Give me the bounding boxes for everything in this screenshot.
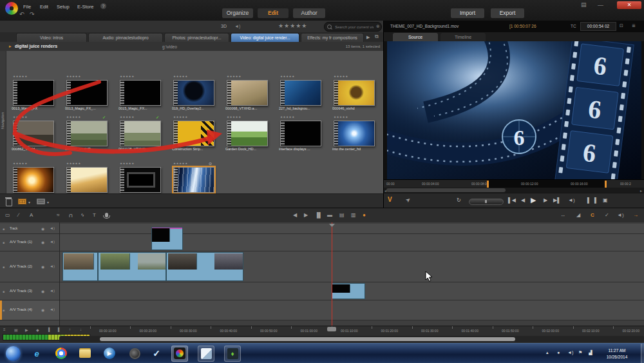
asset-rating-stars[interactable]: ★★★★★: [66, 75, 81, 78]
track-audio-monitor-icon[interactable]: ◄): [50, 289, 55, 293]
timeline-clip[interactable]: [166, 252, 243, 281]
taskbar-app-dark-icon[interactable]: [126, 346, 143, 362]
tray-volume-icon[interactable]: ◄): [567, 350, 573, 355]
video-toggle-button[interactable]: V: [388, 196, 392, 203]
timeline-ruler[interactable]: 00:00:10:0000:00:20:0000:00:30:0000:00:4…: [90, 326, 644, 335]
grid-options-icon[interactable]: ▥: [351, 213, 356, 218]
search-clear-icon[interactable]: ⊗: [376, 24, 380, 29]
display-mode-icon[interactable]: ⊡: [620, 23, 623, 28]
tab-scroll-icon[interactable]: ▶: [366, 35, 370, 39]
track-audio-monitor-icon[interactable]: ◄): [50, 264, 55, 268]
help-icon[interactable]: ?: [100, 3, 106, 9]
delete-asset-icon[interactable]: [6, 199, 12, 206]
library-asset-thumbnail[interactable]: [13, 167, 54, 193]
library-asset-thumbnail[interactable]: [227, 80, 268, 106]
delete-clip-icon[interactable]: ▤: [339, 213, 345, 218]
marker-list-icon[interactable]: ≡: [3, 328, 6, 331]
storyboard-icon[interactable]: ▭: [5, 213, 10, 218]
out-mini-icon[interactable]: ▌: [58, 328, 61, 331]
library-tab-2[interactable]: Audio: pinnaclestudiopro: [88, 33, 163, 43]
track-name[interactable]: A/V Track (2): [10, 264, 32, 268]
timeline-clip[interactable]: [98, 252, 166, 281]
text-size-icon[interactable]: A: [30, 213, 33, 218]
rating-stars[interactable]: ★★★★★: [278, 23, 307, 29]
menu-setup[interactable]: Setup: [57, 4, 70, 10]
library-asset-thumbnail[interactable]: [120, 167, 161, 193]
view-3d-toggle[interactable]: 3D: [221, 24, 227, 28]
track-video-monitor-icon[interactable]: ◉: [41, 308, 44, 312]
down-mini-icon[interactable]: ↓: [80, 328, 82, 331]
asset-rating-stars[interactable]: ★★★★★: [66, 115, 81, 119]
keyframe-mini-icon[interactable]: ◆: [36, 328, 39, 332]
taskbar-notes-icon[interactable]: [198, 346, 214, 362]
track-lock-icon[interactable]: ■: [3, 308, 5, 312]
asset-rating-stars[interactable]: ★★★★★: [13, 115, 28, 119]
store-icon[interactable]: ▤: [581, 1, 587, 8]
library-asset-thumbnail[interactable]: [13, 80, 54, 106]
library-asset-thumbnail[interactable]: [227, 121, 268, 146]
track-header-4[interactable]: ■A/V Track (3)◉◄): [0, 282, 59, 300]
asset-rating-stars[interactable]: ★★★★★: [280, 75, 295, 78]
preview-tab-timeline[interactable]: Timeline: [440, 33, 486, 41]
storyboard-mini-icon[interactable]: ▤: [14, 328, 18, 332]
asset-rating-stars[interactable]: ★★★★★: [66, 162, 81, 165]
timeline-clip[interactable]: [332, 283, 365, 299]
track-header-1[interactable]: ■Track◉◄): [0, 224, 59, 234]
library-asset-thumbnail[interactable]: [173, 121, 214, 146]
asset-rating-stars[interactable]: ★★★★★: [120, 75, 135, 78]
mark-in-handle[interactable]: [487, 181, 489, 188]
track-lane[interactable]: [59, 224, 644, 234]
snapshot-button[interactable]: ▣: [603, 197, 608, 203]
library-asset-thumbnail[interactable]: [120, 121, 161, 146]
library-asset-thumbnail[interactable]: [334, 121, 375, 146]
grid-view-caret-icon[interactable]: ▾: [28, 200, 30, 204]
taskbar-pinnacle-icon[interactable]: [171, 346, 188, 362]
library-asset-thumbnail[interactable]: [13, 121, 54, 146]
library-tab-1[interactable]: Video: intros: [16, 33, 87, 43]
track-name[interactable]: A/V Track (4): [10, 308, 32, 311]
tray-flag-icon[interactable]: ⚑: [578, 350, 582, 355]
preview-ruler[interactable]: 00:0000:00:04:0000:00:08:0000:00:12:0000…: [384, 179, 644, 188]
magnet-icon[interactable]: U: [69, 213, 73, 218]
show-desktop-button[interactable]: [641, 344, 644, 363]
track-audio-monitor-icon[interactable]: ◄): [50, 240, 55, 244]
mark-out-button[interactable]: ▌: [594, 197, 598, 203]
asset-rating-stars[interactable]: ★★★★★: [120, 115, 135, 119]
tray-expand-icon[interactable]: ▴: [546, 350, 549, 355]
clip-context-icon[interactable]: C: [591, 213, 594, 218]
mode-tab-organize[interactable]: Organize: [222, 8, 253, 18]
trim-icon[interactable]: ↔: [560, 213, 565, 218]
library-tab-4[interactable]: Video: digital juice render...: [231, 33, 299, 43]
asset-rating-stars[interactable]: ★★★★★: [13, 75, 28, 78]
navigation-strip[interactable]: Navigation: [0, 51, 6, 193]
library-asset-thumbnail[interactable]: [66, 121, 108, 146]
asset-rating-stars[interactable]: ★★★★★: [173, 75, 188, 78]
tray-network-icon[interactable]: ▟: [589, 350, 592, 355]
asset-rating-stars[interactable]: ★★★★★: [280, 115, 295, 119]
track-header-3[interactable]: ■A/V Track (2)◉◄): [0, 251, 59, 282]
marker-back-icon[interactable]: ◀: [293, 213, 297, 218]
taskbar-clock[interactable]: 11:27 AM 10/26/2014: [596, 348, 638, 360]
menu-e-store[interactable]: E-Store: [77, 4, 93, 10]
in-mini-icon[interactable]: ▐: [47, 328, 50, 331]
track-audio-monitor-icon[interactable]: ◄): [50, 226, 55, 230]
track-lock-icon[interactable]: ■: [3, 227, 5, 231]
title-editor-icon[interactable]: T: [93, 213, 96, 218]
menu-file[interactable]: File: [23, 4, 31, 10]
marker-icon[interactable]: ●: [363, 213, 366, 218]
mark-out-handle[interactable]: [605, 181, 607, 188]
library-tab-3[interactable]: Photos: pinnaclestudiopr...: [164, 33, 229, 43]
asset-rating-stars[interactable]: ★★★★★: [13, 162, 28, 165]
library-asset-thumbnail[interactable]: [173, 167, 214, 193]
list-view-caret-icon[interactable]: ▾: [47, 200, 49, 204]
asset-rating-stars[interactable]: ★★★★★: [173, 115, 188, 119]
library-asset-thumbnail[interactable]: [66, 167, 108, 193]
import-button[interactable]: Import: [451, 8, 484, 18]
library-asset-thumbnail[interactable]: [66, 80, 108, 106]
preview-options-icon[interactable]: ≣: [632, 23, 636, 28]
asset-rating-stars[interactable]: ★★★★★: [334, 75, 348, 78]
asset-rating-stars[interactable]: ★★★★★: [227, 115, 242, 119]
track-name[interactable]: A/V Track (1): [10, 240, 32, 244]
mode-tab-author[interactable]: Author: [293, 8, 325, 18]
taskbar-media-player-icon[interactable]: ▶: [101, 346, 118, 362]
